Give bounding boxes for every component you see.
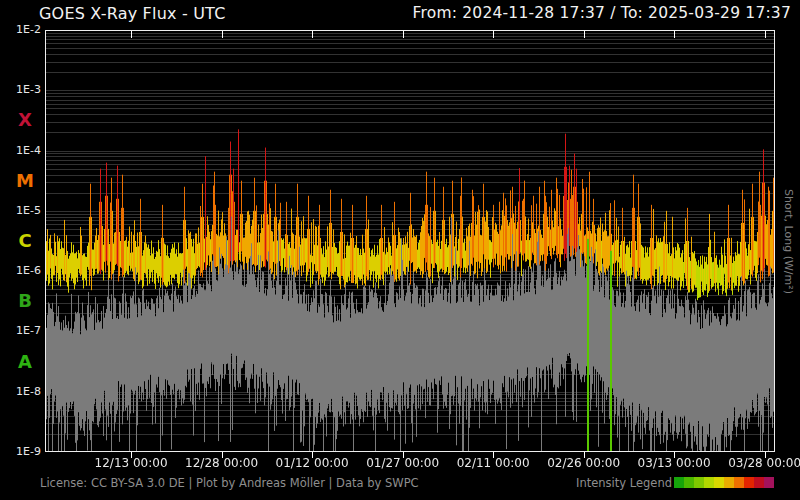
legend-swatch (764, 477, 774, 488)
page-title: GOES X-Ray Flux - UTC (39, 4, 226, 23)
y-tick-label-1E-3: 1E-3 (0, 83, 41, 97)
intensity-legend: Intensity Legend (576, 476, 774, 489)
flare-class-letter-B: B (12, 291, 38, 311)
legend-swatch (734, 477, 744, 488)
x-tick-label: 03/13 00:00 (626, 456, 722, 470)
legend-swatch (724, 477, 734, 488)
legend-swatch (754, 477, 764, 488)
x-tick-label: 12/13 00:00 (83, 456, 179, 470)
goes-xray-flux-page: GOES X-Ray Flux - UTC From: 2024-11-28 1… (0, 0, 800, 500)
legend-swatch (674, 477, 684, 488)
legend-swatch (744, 477, 754, 488)
flare-class-letter-C: C (12, 231, 38, 251)
flare-class-letter-M: M (12, 171, 38, 191)
y-tick-label-1E-2: 1E-2 (0, 23, 41, 37)
y-tick-label-1E-9: 1E-9 (0, 445, 41, 459)
x-tick-label: 02/26 00:00 (536, 456, 632, 470)
flux-chart (45, 30, 775, 459)
x-tick-label: 01/12 00:00 (264, 456, 360, 470)
legend-swatch (694, 477, 704, 488)
y-tick-label-1E-4: 1E-4 (0, 144, 41, 158)
x-tick-label: 01/27 00:00 (355, 456, 451, 470)
xray-flux-plot-canvas (45, 30, 775, 459)
y-tick-label-1E-5: 1E-5 (0, 204, 41, 218)
intensity-legend-label: Intensity Legend (576, 476, 672, 490)
date-range-label: From: 2024-11-28 17:37 / To: 2025-03-29 … (413, 4, 791, 22)
x-tick-label: 02/11 00:00 (445, 456, 541, 470)
right-axis-label-wrap: Short, Long (W/m²) (778, 30, 798, 452)
intensity-legend-gradient (674, 473, 774, 492)
x-tick-label: 03/28 00:00 (717, 456, 800, 470)
legend-swatch (704, 477, 714, 488)
y-tick-label-1E-7: 1E-7 (0, 324, 41, 338)
y-tick-label-1E-8: 1E-8 (0, 385, 41, 399)
license-text: License: CC BY-SA 3.0 DE | Plot by Andre… (40, 476, 419, 490)
flare-class-letter-A: A (12, 352, 38, 372)
x-tick-label: 12/28 00:00 (174, 456, 270, 470)
legend-swatch (684, 477, 694, 488)
legend-swatch (714, 477, 724, 488)
right-axis-label: Short, Long (W/m²) (782, 189, 795, 294)
y-tick-label-1E-6: 1E-6 (0, 264, 41, 278)
flare-class-letter-X: X (12, 110, 38, 130)
